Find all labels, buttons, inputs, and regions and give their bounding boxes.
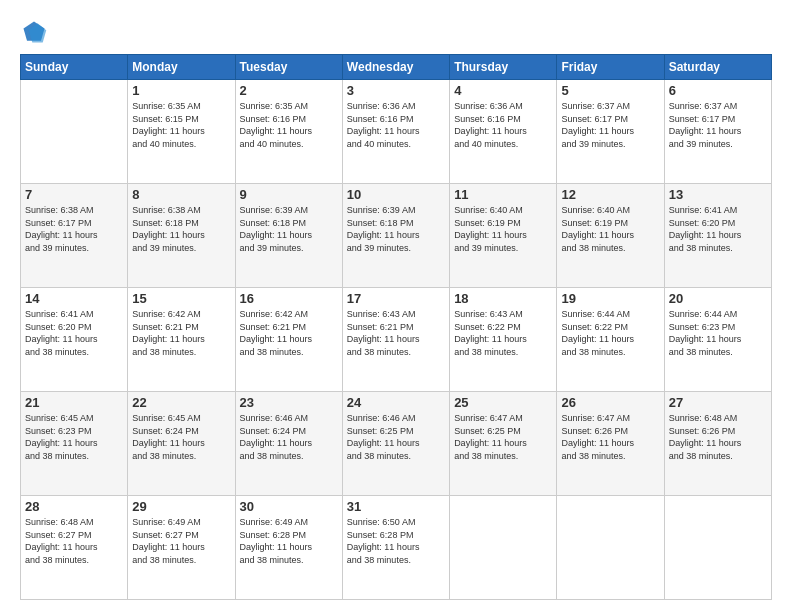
day-number: 27 (669, 395, 767, 410)
calendar-cell (664, 496, 771, 600)
cell-info: Sunrise: 6:37 AM Sunset: 6:17 PM Dayligh… (669, 100, 767, 150)
day-number: 3 (347, 83, 445, 98)
cell-info: Sunrise: 6:49 AM Sunset: 6:27 PM Dayligh… (132, 516, 230, 566)
day-number: 7 (25, 187, 123, 202)
calendar-week-1: 1Sunrise: 6:35 AM Sunset: 6:15 PM Daylig… (21, 80, 772, 184)
day-number: 25 (454, 395, 552, 410)
weekday-header-sunday: Sunday (21, 55, 128, 80)
calendar-week-5: 28Sunrise: 6:48 AM Sunset: 6:27 PM Dayli… (21, 496, 772, 600)
cell-info: Sunrise: 6:35 AM Sunset: 6:16 PM Dayligh… (240, 100, 338, 150)
day-number: 12 (561, 187, 659, 202)
calendar-cell: 23Sunrise: 6:46 AM Sunset: 6:24 PM Dayli… (235, 392, 342, 496)
calendar-cell: 10Sunrise: 6:39 AM Sunset: 6:18 PM Dayli… (342, 184, 449, 288)
weekday-header-wednesday: Wednesday (342, 55, 449, 80)
cell-info: Sunrise: 6:45 AM Sunset: 6:24 PM Dayligh… (132, 412, 230, 462)
day-number: 6 (669, 83, 767, 98)
cell-info: Sunrise: 6:43 AM Sunset: 6:21 PM Dayligh… (347, 308, 445, 358)
day-number: 16 (240, 291, 338, 306)
day-number: 19 (561, 291, 659, 306)
calendar-cell: 11Sunrise: 6:40 AM Sunset: 6:19 PM Dayli… (450, 184, 557, 288)
cell-info: Sunrise: 6:47 AM Sunset: 6:25 PM Dayligh… (454, 412, 552, 462)
cell-info: Sunrise: 6:35 AM Sunset: 6:15 PM Dayligh… (132, 100, 230, 150)
weekday-header-row: SundayMondayTuesdayWednesdayThursdayFrid… (21, 55, 772, 80)
weekday-header-saturday: Saturday (664, 55, 771, 80)
day-number: 29 (132, 499, 230, 514)
calendar-table: SundayMondayTuesdayWednesdayThursdayFrid… (20, 54, 772, 600)
calendar-cell: 28Sunrise: 6:48 AM Sunset: 6:27 PM Dayli… (21, 496, 128, 600)
day-number: 9 (240, 187, 338, 202)
weekday-header-tuesday: Tuesday (235, 55, 342, 80)
calendar-cell: 9Sunrise: 6:39 AM Sunset: 6:18 PM Daylig… (235, 184, 342, 288)
calendar-cell: 6Sunrise: 6:37 AM Sunset: 6:17 PM Daylig… (664, 80, 771, 184)
calendar-week-2: 7Sunrise: 6:38 AM Sunset: 6:17 PM Daylig… (21, 184, 772, 288)
calendar-cell: 26Sunrise: 6:47 AM Sunset: 6:26 PM Dayli… (557, 392, 664, 496)
cell-info: Sunrise: 6:49 AM Sunset: 6:28 PM Dayligh… (240, 516, 338, 566)
cell-info: Sunrise: 6:36 AM Sunset: 6:16 PM Dayligh… (347, 100, 445, 150)
calendar-cell: 21Sunrise: 6:45 AM Sunset: 6:23 PM Dayli… (21, 392, 128, 496)
cell-info: Sunrise: 6:39 AM Sunset: 6:18 PM Dayligh… (240, 204, 338, 254)
day-number: 22 (132, 395, 230, 410)
calendar-cell: 19Sunrise: 6:44 AM Sunset: 6:22 PM Dayli… (557, 288, 664, 392)
weekday-header-monday: Monday (128, 55, 235, 80)
calendar-cell: 14Sunrise: 6:41 AM Sunset: 6:20 PM Dayli… (21, 288, 128, 392)
calendar-cell: 13Sunrise: 6:41 AM Sunset: 6:20 PM Dayli… (664, 184, 771, 288)
calendar-cell: 5Sunrise: 6:37 AM Sunset: 6:17 PM Daylig… (557, 80, 664, 184)
day-number: 28 (25, 499, 123, 514)
calendar-cell: 16Sunrise: 6:42 AM Sunset: 6:21 PM Dayli… (235, 288, 342, 392)
calendar-week-3: 14Sunrise: 6:41 AM Sunset: 6:20 PM Dayli… (21, 288, 772, 392)
calendar-cell: 31Sunrise: 6:50 AM Sunset: 6:28 PM Dayli… (342, 496, 449, 600)
day-number: 4 (454, 83, 552, 98)
cell-info: Sunrise: 6:45 AM Sunset: 6:23 PM Dayligh… (25, 412, 123, 462)
cell-info: Sunrise: 6:36 AM Sunset: 6:16 PM Dayligh… (454, 100, 552, 150)
calendar-cell (557, 496, 664, 600)
day-number: 21 (25, 395, 123, 410)
calendar-cell: 27Sunrise: 6:48 AM Sunset: 6:26 PM Dayli… (664, 392, 771, 496)
day-number: 30 (240, 499, 338, 514)
day-number: 17 (347, 291, 445, 306)
day-number: 18 (454, 291, 552, 306)
calendar-week-4: 21Sunrise: 6:45 AM Sunset: 6:23 PM Dayli… (21, 392, 772, 496)
day-number: 13 (669, 187, 767, 202)
calendar-cell: 7Sunrise: 6:38 AM Sunset: 6:17 PM Daylig… (21, 184, 128, 288)
calendar-cell: 1Sunrise: 6:35 AM Sunset: 6:15 PM Daylig… (128, 80, 235, 184)
cell-info: Sunrise: 6:48 AM Sunset: 6:27 PM Dayligh… (25, 516, 123, 566)
cell-info: Sunrise: 6:40 AM Sunset: 6:19 PM Dayligh… (561, 204, 659, 254)
cell-info: Sunrise: 6:46 AM Sunset: 6:24 PM Dayligh… (240, 412, 338, 462)
calendar-cell: 18Sunrise: 6:43 AM Sunset: 6:22 PM Dayli… (450, 288, 557, 392)
logo (20, 18, 52, 46)
day-number: 26 (561, 395, 659, 410)
day-number: 31 (347, 499, 445, 514)
calendar-cell: 3Sunrise: 6:36 AM Sunset: 6:16 PM Daylig… (342, 80, 449, 184)
cell-info: Sunrise: 6:42 AM Sunset: 6:21 PM Dayligh… (240, 308, 338, 358)
calendar-cell (21, 80, 128, 184)
day-number: 2 (240, 83, 338, 98)
cell-info: Sunrise: 6:38 AM Sunset: 6:17 PM Dayligh… (25, 204, 123, 254)
cell-info: Sunrise: 6:50 AM Sunset: 6:28 PM Dayligh… (347, 516, 445, 566)
calendar-cell: 30Sunrise: 6:49 AM Sunset: 6:28 PM Dayli… (235, 496, 342, 600)
calendar-cell (450, 496, 557, 600)
day-number: 1 (132, 83, 230, 98)
cell-info: Sunrise: 6:44 AM Sunset: 6:22 PM Dayligh… (561, 308, 659, 358)
day-number: 5 (561, 83, 659, 98)
day-number: 10 (347, 187, 445, 202)
day-number: 11 (454, 187, 552, 202)
cell-info: Sunrise: 6:43 AM Sunset: 6:22 PM Dayligh… (454, 308, 552, 358)
calendar-cell: 25Sunrise: 6:47 AM Sunset: 6:25 PM Dayli… (450, 392, 557, 496)
cell-info: Sunrise: 6:47 AM Sunset: 6:26 PM Dayligh… (561, 412, 659, 462)
calendar-cell: 22Sunrise: 6:45 AM Sunset: 6:24 PM Dayli… (128, 392, 235, 496)
header (20, 18, 772, 46)
cell-info: Sunrise: 6:41 AM Sunset: 6:20 PM Dayligh… (25, 308, 123, 358)
calendar-cell: 8Sunrise: 6:38 AM Sunset: 6:18 PM Daylig… (128, 184, 235, 288)
cell-info: Sunrise: 6:39 AM Sunset: 6:18 PM Dayligh… (347, 204, 445, 254)
cell-info: Sunrise: 6:48 AM Sunset: 6:26 PM Dayligh… (669, 412, 767, 462)
calendar-cell: 2Sunrise: 6:35 AM Sunset: 6:16 PM Daylig… (235, 80, 342, 184)
day-number: 24 (347, 395, 445, 410)
day-number: 15 (132, 291, 230, 306)
calendar-cell: 24Sunrise: 6:46 AM Sunset: 6:25 PM Dayli… (342, 392, 449, 496)
page: SundayMondayTuesdayWednesdayThursdayFrid… (0, 0, 792, 612)
calendar-cell: 29Sunrise: 6:49 AM Sunset: 6:27 PM Dayli… (128, 496, 235, 600)
cell-info: Sunrise: 6:40 AM Sunset: 6:19 PM Dayligh… (454, 204, 552, 254)
day-number: 20 (669, 291, 767, 306)
cell-info: Sunrise: 6:41 AM Sunset: 6:20 PM Dayligh… (669, 204, 767, 254)
logo-icon (20, 18, 48, 46)
